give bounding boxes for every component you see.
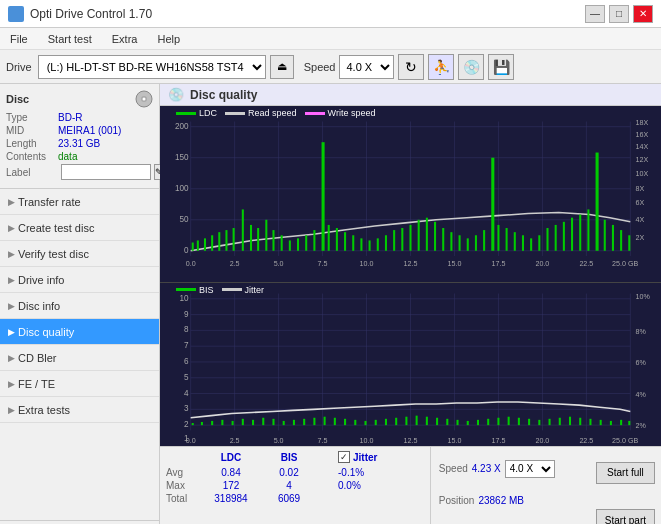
disc-label-input[interactable] [61,164,151,180]
svg-rect-92 [563,222,565,251]
legend-write-speed: Write speed [305,108,376,118]
svg-rect-65 [344,232,346,251]
svg-rect-69 [377,238,379,250]
charts-area: LDC Read speed Write speed [160,106,661,446]
minimize-button[interactable]: — [585,5,605,23]
disc-type-value: BD-R [58,112,82,123]
svg-rect-100 [628,235,630,251]
svg-rect-74 [418,220,420,251]
max-label: Max [166,480,202,491]
sidebar-item-extra-tests[interactable]: ▶ Extra tests [0,397,159,423]
sidebar-item-status-window[interactable]: Status window >> [0,520,159,524]
disc-label-row: Label ✎ [6,164,153,180]
svg-rect-152 [232,421,234,425]
total-bis: 6069 [260,493,318,504]
svg-rect-58 [289,240,291,250]
svg-text:2.5: 2.5 [230,436,240,445]
nav-label-drive-info: Drive info [18,274,64,286]
svg-rect-83 [491,158,494,251]
nav-arrow: ▶ [8,223,15,233]
max-jitter: 0.0% [338,480,361,491]
svg-rect-97 [604,220,606,251]
refresh-button[interactable]: ↻ [398,54,424,80]
svg-rect-160 [313,418,315,425]
content-header-title: Disc quality [190,88,257,102]
menu-file[interactable]: File [4,31,34,47]
disc-mid-label: MID [6,125,58,136]
svg-rect-70 [385,235,387,251]
svg-rect-170 [416,415,418,424]
svg-rect-173 [446,419,448,425]
drive-select[interactable]: (L:) HL-DT-ST BD-RE WH16NS58 TST4 [38,55,266,79]
disc-mid-row: MID MEIRA1 (001) [6,125,153,136]
svg-text:100: 100 [175,184,189,193]
start-full-button[interactable]: Start full [596,462,655,484]
position-label: Position [439,495,475,506]
max-ldc: 172 [202,480,260,491]
content-header-icon: 💿 [168,87,184,102]
start-part-button[interactable]: Start part [596,509,655,524]
speed-select-stats[interactable]: 4.0 X [505,460,555,478]
sidebar-item-disc-info[interactable]: ▶ Disc info [0,293,159,319]
nav-arrow: ▶ [8,197,15,207]
svg-rect-165 [364,421,366,425]
svg-rect-166 [375,420,377,425]
nav-arrow: ▶ [8,327,15,337]
svg-text:10.0: 10.0 [360,436,374,445]
disc-contents-row: Contents data [6,151,153,162]
chart1: LDC Read speed Write speed [160,106,661,283]
avg-label: Avg [166,467,202,478]
position-row: Position 23862 MB [439,495,582,506]
disc-button[interactable]: 💿 [458,54,484,80]
eject-button[interactable]: ⏏ [270,55,294,79]
menu-extra[interactable]: Extra [106,31,144,47]
svg-rect-157 [283,421,285,425]
svg-rect-153 [242,419,244,425]
svg-point-2 [143,98,146,101]
legend-ldc-color [176,112,196,115]
sidebar-item-transfer-rate[interactable]: ▶ Transfer rate [0,189,159,215]
jitter-checkbox[interactable]: ✓ [338,451,350,463]
speed-select[interactable]: 4.0 X [339,55,394,79]
svg-text:2X: 2X [635,233,644,242]
svg-text:17.5: 17.5 [491,436,505,445]
maximize-button[interactable]: □ [609,5,629,23]
svg-text:4X: 4X [635,215,644,224]
stats-col-headers: LDC BIS ✓ Jitter [166,450,424,464]
settings-button[interactable]: ⛹ [428,54,454,80]
chart2-legend: BIS Jitter [176,285,264,295]
sidebar-item-cd-bler[interactable]: ▶ CD Bler [0,345,159,371]
svg-text:22.5: 22.5 [579,259,593,268]
svg-rect-176 [477,420,479,425]
menu-help[interactable]: Help [151,31,186,47]
menu-start-test[interactable]: Start test [42,31,98,47]
svg-text:4: 4 [184,387,189,397]
close-button[interactable]: ✕ [633,5,653,23]
avg-jitter: -0.1% [338,467,364,478]
svg-rect-90 [546,228,548,251]
sidebar-item-fe-te[interactable]: ▶ FE / TE [0,371,159,397]
sidebar-item-verify-test-disc[interactable]: ▶ Verify test disc [0,241,159,267]
legend-read-speed-color [225,112,245,115]
sidebar-item-disc-quality[interactable]: ▶ Disc quality [0,319,159,345]
svg-rect-155 [262,418,264,425]
svg-rect-178 [497,418,499,425]
speed-row: Speed 4.23 X 4.0 X [439,460,582,478]
sidebar-item-drive-info[interactable]: ▶ Drive info [0,267,159,293]
svg-rect-71 [393,230,395,251]
svg-text:14X: 14X [635,142,648,151]
sidebar-item-create-test-disc[interactable]: ▶ Create test disc [0,215,159,241]
svg-rect-158 [293,420,295,425]
svg-rect-95 [587,209,589,250]
save-button[interactable]: 💾 [488,54,514,80]
svg-rect-45 [192,243,194,251]
titlebar: Opti Drive Control 1.70 — □ ✕ [0,0,661,28]
svg-text:200: 200 [175,122,189,131]
legend-ldc-label: LDC [199,108,217,118]
svg-rect-172 [436,418,438,425]
svg-rect-154 [252,420,254,425]
jitter-header-label: Jitter [353,452,377,463]
svg-rect-73 [409,225,411,251]
svg-text:0.0: 0.0 [186,436,196,445]
svg-rect-49 [218,232,220,251]
